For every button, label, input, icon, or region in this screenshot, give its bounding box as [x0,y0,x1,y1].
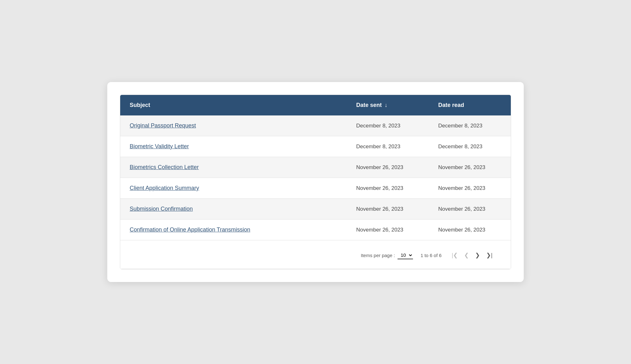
date-read-cell: November 26, 2023 [429,220,511,240]
subject-link[interactable]: Biometric Validity Letter [130,143,189,150]
table-row: Biometrics Collection LetterNovember 26,… [120,157,511,178]
table-body: Original Passport RequestDecember 8, 202… [120,115,511,269]
date-sent-cell: November 26, 2023 [347,220,429,240]
main-card: Subject Date sent ↓ Date read Original P… [107,82,524,282]
page-info: 1 to 6 of 6 [421,253,442,258]
messages-table: Subject Date sent ↓ Date read Original P… [120,95,511,269]
subject-cell: Submission Confirmation [120,199,347,220]
subject-link[interactable]: Original Passport Request [130,122,196,129]
subject-cell: Original Passport Request [120,115,347,136]
table-row: Confirmation of Online Application Trans… [120,220,511,240]
date-read-cell: December 8, 2023 [429,136,511,157]
date-read-cell: November 26, 2023 [429,199,511,220]
subject-link[interactable]: Confirmation of Online Application Trans… [130,226,250,233]
date-sent-cell: November 26, 2023 [347,157,429,178]
first-page-button[interactable]: |❮ [449,250,461,260]
date-read-cell: November 26, 2023 [429,178,511,199]
date-sent-cell: December 8, 2023 [347,136,429,157]
subject-cell: Biometric Validity Letter [120,136,347,157]
date-sent-cell: December 8, 2023 [347,115,429,136]
date-sent-column-header[interactable]: Date sent ↓ [347,95,429,115]
date-sent-cell: November 26, 2023 [347,199,429,220]
subject-link[interactable]: Client Application Summary [130,185,199,191]
subject-cell: Biometrics Collection Letter [120,157,347,178]
sort-arrow-icon: ↓ [385,102,387,109]
pagination-controls: Items per page : 5102550 1 to 6 of 6 |❮ … [130,247,501,262]
table-row: Client Application SummaryNovember 26, 2… [120,178,511,199]
subject-cell: Client Application Summary [120,178,347,199]
subject-cell: Confirmation of Online Application Trans… [120,220,347,240]
subject-column-header: Subject [120,95,347,115]
subject-link[interactable]: Submission Confirmation [130,206,193,212]
table-row: Submission ConfirmationNovember 26, 2023… [120,199,511,220]
items-per-page-label: Items per page : [361,253,395,258]
date-read-cell: November 26, 2023 [429,157,511,178]
table-row: Original Passport RequestDecember 8, 202… [120,115,511,136]
items-per-page-select[interactable]: 5102550 [398,251,413,259]
date-sent-cell: November 26, 2023 [347,178,429,199]
pagination-cell: Items per page : 5102550 1 to 6 of 6 |❮ … [120,240,511,269]
subject-link[interactable]: Biometrics Collection Letter [130,164,199,170]
items-per-page-control: Items per page : 5102550 [361,251,413,259]
last-page-button[interactable]: ❯| [484,250,495,260]
pagination-row: Items per page : 5102550 1 to 6 of 6 |❮ … [120,240,511,269]
next-page-button[interactable]: ❯ [473,250,482,260]
prev-page-button[interactable]: ❮ [462,250,471,260]
table-wrapper: Subject Date sent ↓ Date read Original P… [120,95,511,269]
table-row: Biometric Validity LetterDecember 8, 202… [120,136,511,157]
date-read-cell: December 8, 2023 [429,115,511,136]
table-header-row: Subject Date sent ↓ Date read [120,95,511,115]
nav-buttons: |❮ ❮ ❯ ❯| [449,250,495,260]
date-read-column-header: Date read [429,95,511,115]
